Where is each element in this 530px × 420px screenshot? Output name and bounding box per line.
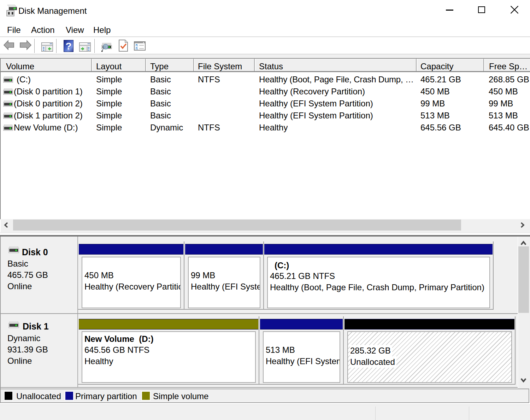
svg-text:?: ?: [65, 41, 71, 52]
